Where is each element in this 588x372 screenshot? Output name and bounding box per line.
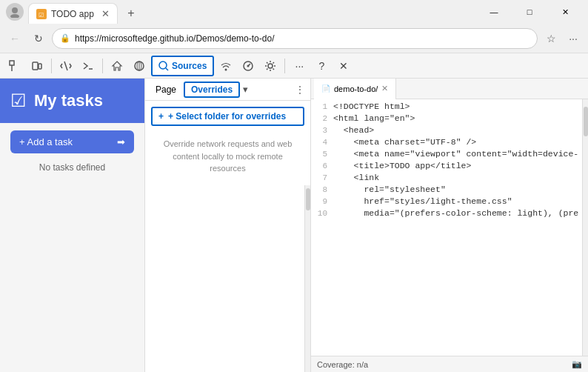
source-tab-close-button[interactable]: ✕ [381,84,388,93]
console-panel-button[interactable] [78,56,98,76]
devtools-close-button[interactable]: ✕ [333,56,354,76]
close-button[interactable]: ✕ [548,0,582,24]
line-number: 6 [311,160,333,172]
tab-title: TODO app [51,9,94,19]
source-file-name: demo-to-do/ [334,84,378,93]
home-panel-button[interactable] [107,56,127,76]
more-tools-button[interactable]: ··· [289,56,310,76]
code-scroll-bar[interactable] [582,99,588,356]
svg-point-0 [12,7,18,13]
code-scroll-thumb [584,107,588,136]
toolbar-separator-3 [284,59,285,73]
svg-point-20 [268,64,273,68]
svg-point-14 [159,62,167,69]
overrides-tab-dropdown[interactable]: ▾ [243,84,248,95]
code-line: 4 <meta charset="UTF-8" /> [311,136,582,148]
svg-rect-6 [33,62,38,70]
browser-more-button[interactable]: ··· [563,28,584,49]
line-code: <link [333,172,379,184]
code-lines-container: 1<!DOCTYPE html>2<html lang="en">3 <head… [311,99,582,356]
line-number: 5 [311,148,333,160]
inspect-element-button[interactable] [4,56,25,76]
code-line: 2<html lang="en"> [311,113,582,124]
line-code: <html lang="en"> [333,113,415,124]
select-folder-label: + Select folder for overrides [168,111,286,122]
overrides-more-button[interactable]: ⋮ [294,83,306,96]
svg-rect-7 [39,64,41,69]
code-line: 10 media="(prefers-color-scheme: light),… [311,207,582,219]
overrides-body: + + Select folder for overrides Override… [145,101,310,185]
add-task-arrow: ➡ [117,136,125,147]
overrides-panel: Page Overrides ▾ ⋮ + + Select folder for… [145,79,311,372]
code-line: 6 <title>TODO app</title> [311,160,582,172]
window-controls: — □ ✕ [477,0,582,24]
url-text: https://microsoftedge.github.io/Demos/de… [75,33,529,44]
toolbar-separator-2 [102,59,103,73]
device-toolbar-button[interactable] [27,56,47,76]
page-tab[interactable]: Page [150,83,182,96]
source-file-icon: 📄 [321,84,330,93]
add-task-label: + Add a task [19,136,73,147]
lock-icon: 🔒 [60,33,70,43]
app-title: My tasks [34,91,103,110]
app-body: + Add a task ➡ No tasks defined [0,123,144,372]
select-folder-plus-icon: + [158,111,164,122]
code-line: 7 <link [311,172,582,184]
line-number: 2 [311,113,333,124]
refresh-button[interactable]: ↻ [28,28,49,49]
source-file-tab[interactable]: 📄 demo-to-do/ ✕ [314,79,396,99]
app-header: ☑ My tasks [0,79,144,123]
svg-line-15 [166,68,168,70]
line-number: 9 [311,196,333,207]
help-button[interactable]: ? [311,56,332,76]
minimize-button[interactable]: — [477,0,511,24]
code-line: 8 rel="stylesheet" [311,184,582,196]
devtools-toolbar: Sources ··· ? ✕ [0,53,588,79]
profile-icon[interactable] [6,3,24,21]
title-bar: ☑ TODO app ✕ + — □ ✕ [0,0,588,24]
code-line: 9 href="styles/light-theme.css" [311,196,582,207]
line-number: 1 [311,101,333,113]
overrides-tab[interactable]: Overrides [184,82,240,98]
source-tabs: 📄 demo-to-do/ ✕ [311,79,588,99]
source-panel: 📄 demo-to-do/ ✕ 1<!DOCTYPE html>2<html l… [311,79,588,372]
line-code: <meta charset="UTF-8" /> [333,136,476,148]
line-number: 3 [311,124,333,136]
sources-panel-button[interactable]: Sources [151,56,214,76]
svg-text:☑: ☑ [39,12,44,18]
line-code: media="(prefers-color-scheme: light), (p… [333,207,578,219]
main-content: ☑ My tasks + Add a task ➡ No tasks defin… [0,79,588,372]
tab-bar: ☑ TODO app ✕ + [28,0,141,24]
back-button[interactable]: ← [4,28,25,49]
add-task-button[interactable]: + Add a task ➡ [10,130,134,153]
settings-icon[interactable] [260,56,281,76]
svg-marker-10 [113,62,121,70]
new-tab-button[interactable]: + [121,3,141,24]
overrides-description: Override network requests and web conten… [151,133,304,179]
wifi-icon[interactable] [216,56,236,76]
url-bar[interactable]: 🔒 https://microsoftedge.github.io/Demos/… [52,28,538,49]
network-panel-button[interactable] [129,56,150,76]
tab-close-button[interactable]: ✕ [101,8,110,19]
svg-point-1 [10,14,19,18]
line-number: 4 [311,136,333,148]
performance-icon[interactable] [238,56,258,76]
line-number: 10 [311,207,333,219]
overrides-tabs: Page Overrides ▾ ⋮ [145,79,310,101]
browser-tab[interactable]: ☑ TODO app ✕ [28,3,118,24]
app-icon: ☑ [10,90,27,111]
address-bar: ← ↻ 🔒 https://microsoftedge.github.io/De… [0,24,588,53]
tab-favicon: ☑ [36,9,47,19]
screenshot-icon[interactable]: 📷 [572,359,582,369]
status-bar: Coverage: n/a 📷 [311,356,588,372]
coverage-label: Coverage: n/a [317,360,368,369]
line-code: <head> [333,124,374,136]
toolbar-separator [51,59,52,73]
favorites-icon[interactable]: ☆ [541,28,561,49]
line-code: <!DOCTYPE html> [333,101,410,113]
line-code: <title>TODO app</title> [333,160,471,172]
select-folder-button[interactable]: + + Select folder for overrides [151,107,304,126]
maximize-button[interactable]: □ [512,0,547,24]
elements-panel-button[interactable] [56,56,76,76]
app-panel: ☑ My tasks + Add a task ➡ No tasks defin… [0,79,145,372]
